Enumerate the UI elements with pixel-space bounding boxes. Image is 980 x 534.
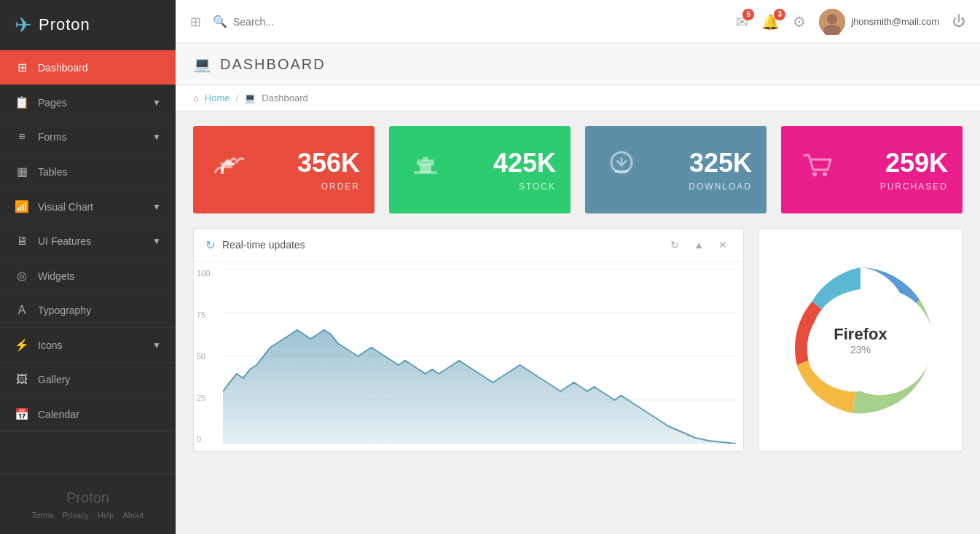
gallery-icon: 🖼 (15, 373, 29, 386)
sidebar-item-tables[interactable]: ▦ Tables (0, 154, 176, 189)
user-menu[interactable]: jhonsmith@mail.com (819, 9, 939, 35)
topbar-right: ✉ 5 🔔 3 ⚙ jhonsmith@mail.com ⏻ (736, 9, 965, 35)
y-label-75: 75 (197, 310, 210, 319)
ui-icon: 🖥 (15, 235, 29, 248)
svg-point-11 (823, 172, 827, 176)
chart-icon: 📶 (15, 200, 29, 213)
footer-link-terms[interactable]: Terms (32, 511, 54, 519)
chart-collapse-button[interactable]: ▲ (689, 237, 708, 252)
y-label-25: 25 (197, 393, 210, 402)
order-icon (208, 144, 251, 196)
sidebar-label-forms: Forms (38, 131, 144, 143)
stock-icon (404, 144, 447, 196)
footer-link-about[interactable]: About (122, 511, 144, 519)
page-title: DASHBOARD (220, 56, 326, 73)
avatar (819, 9, 845, 35)
chart-actions: ↻ ▲ ✕ (666, 237, 732, 252)
chart-title: Real-time updates (222, 239, 659, 251)
chart-reload-button[interactable]: ↻ (666, 237, 683, 252)
chevron-icon: ▼ (152, 236, 161, 246)
chart-close-button[interactable]: ✕ (714, 237, 732, 252)
mail-badge: 5 (742, 9, 754, 20)
typography-icon: A (15, 304, 29, 317)
chevron-icon: ▼ (152, 202, 161, 212)
stats-row: 356K ORDER 425K STOCK (176, 111, 980, 228)
stat-info-purchased: 259K PURCHASED (880, 148, 948, 192)
sidebar-item-ui-features[interactable]: 🖥 UI Features ▼ (0, 224, 176, 259)
mail-button[interactable]: ✉ 5 (736, 13, 748, 31)
search-container: 🔍 (213, 15, 724, 28)
svg-rect-7 (414, 171, 437, 174)
refresh-icon[interactable]: ↻ (205, 238, 215, 252)
settings-icon[interactable]: ⚙ (793, 13, 806, 31)
sidebar-item-widgets[interactable]: ◎ Widgets (0, 259, 176, 294)
dashboard-icon: ⊞ (15, 60, 29, 74)
power-icon[interactable]: ⏻ (952, 14, 965, 29)
order-label: ORDER (297, 181, 360, 192)
line-chart-svg (223, 269, 736, 444)
calendar-icon: 📅 (15, 407, 29, 421)
sidebar-item-dashboard[interactable]: ⊞ Dashboard (0, 50, 176, 85)
sidebar-label-calendar: Calendar (38, 409, 161, 420)
widgets-icon: ◎ (15, 269, 29, 283)
chart-header: ↻ Real-time updates ↻ ▲ ✕ (194, 229, 743, 262)
home-icon: ⌂ (193, 93, 199, 103)
breadcrumb-current: Dashboard (262, 93, 308, 103)
sidebar-footer: Proton Terms Privacy Help About (0, 474, 176, 534)
breadcrumb-home[interactable]: Home (205, 93, 230, 103)
footer-brand: Proton (15, 490, 161, 506)
svg-point-1 (827, 14, 837, 24)
download-value: 325K (689, 148, 752, 178)
chart-y-labels: 100 75 50 25 0 (194, 269, 213, 444)
sidebar-label-tables: Tables (38, 166, 161, 178)
page-header: 💻 DASHBOARD (176, 44, 980, 85)
footer-link-privacy[interactable]: Privacy (63, 511, 89, 519)
y-label-0: 0 (197, 435, 210, 444)
topbar: ⊞ 🔍 ✉ 5 🔔 3 ⚙ (176, 0, 980, 44)
sidebar-item-pages[interactable]: 📋 Pages ▼ (0, 85, 176, 120)
stat-card-stock: 425K STOCK (389, 126, 571, 213)
stat-card-order: 356K ORDER (193, 126, 375, 213)
page-content: 💻 DASHBOARD ⌂ Home / 💻 Dashboard (176, 44, 980, 534)
cart-icon (796, 144, 839, 196)
stock-value: 425K (493, 148, 556, 178)
footer-link-help[interactable]: Help (98, 511, 114, 519)
y-label-50: 50 (197, 352, 210, 361)
logo-icon: ✈ (15, 13, 31, 37)
breadcrumb-page-icon: 💻 (244, 93, 256, 103)
sidebar-label-ui-features: UI Features (38, 235, 144, 247)
stat-card-purchased: 259K PURCHASED (781, 126, 963, 213)
chart-body: 100 75 50 25 0 (194, 262, 743, 451)
sidebar-item-gallery[interactable]: 🖼 Gallery (0, 363, 176, 397)
icons-icon: ⚡ (15, 338, 29, 352)
user-email: jhonsmith@mail.com (851, 16, 939, 27)
footer-links: Terms Privacy Help About (15, 511, 161, 519)
sidebar-item-visual-chart[interactable]: 📶 Visual Chart ▼ (0, 189, 176, 224)
sidebar-nav: ⊞ Dashboard 📋 Pages ▼ ≡ Forms ▼ ▦ Tables… (0, 50, 176, 474)
sidebar-label-gallery: Gallery (38, 374, 161, 385)
sidebar-item-typography[interactable]: A Typography (0, 294, 176, 328)
svg-point-10 (812, 172, 817, 176)
sidebar-item-icons[interactable]: ⚡ Icons ▼ (0, 328, 176, 363)
sidebar-item-forms[interactable]: ≡ Forms ▼ (0, 120, 176, 154)
pages-icon: 📋 (15, 95, 29, 109)
breadcrumb: ⌂ Home / 💻 Dashboard (176, 85, 980, 111)
breadcrumb-separator: / (236, 93, 239, 103)
sidebar-label-dashboard: Dashboard (38, 62, 161, 74)
realtime-chart-card: ↻ Real-time updates ↻ ▲ ✕ 100 75 50 25 0 (193, 228, 744, 452)
brand-name: Proton (39, 15, 90, 34)
bell-button[interactable]: 🔔 3 (761, 13, 780, 31)
search-icon: 🔍 (213, 15, 227, 28)
sidebar-label-icons: Icons (38, 339, 144, 351)
main-content: ⊞ 🔍 ✉ 5 🔔 3 ⚙ (176, 0, 980, 534)
grid-icon[interactable]: ⊞ (190, 14, 201, 30)
forms-icon: ≡ (15, 130, 29, 144)
bottom-row: ↻ Real-time updates ↻ ▲ ✕ 100 75 50 25 0 (176, 228, 980, 466)
stat-info-stock: 425K STOCK (493, 148, 556, 192)
sidebar-item-calendar[interactable]: 📅 Calendar (0, 397, 176, 432)
browser-name: Firefox (834, 325, 887, 344)
order-value: 356K (297, 148, 360, 178)
sidebar-label-typography: Typography (38, 305, 161, 316)
sidebar-logo: ✈ Proton (0, 0, 176, 50)
search-input[interactable] (233, 16, 379, 28)
